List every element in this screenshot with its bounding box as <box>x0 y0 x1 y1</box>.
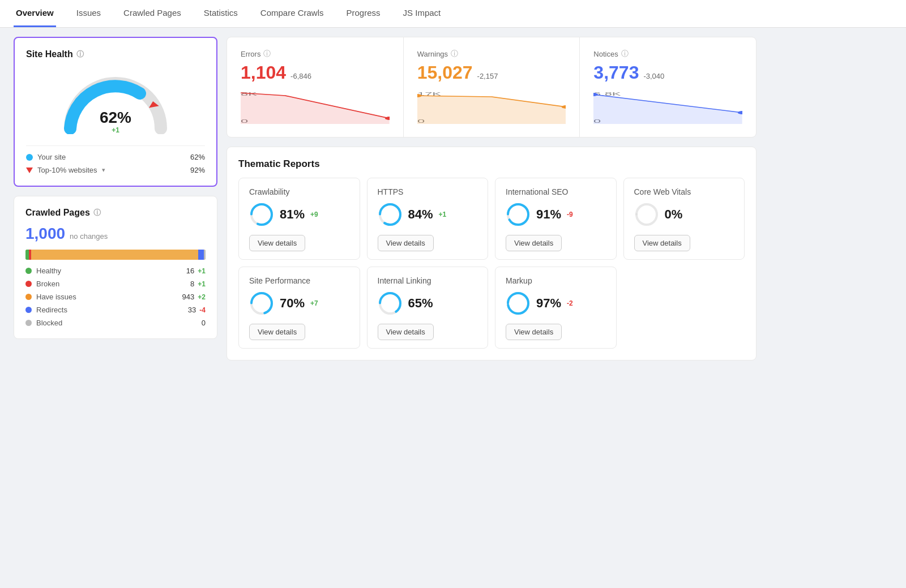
metric-value-row: 3,773 -3,040 <box>593 62 742 83</box>
view-details-button[interactable]: View details <box>506 235 562 251</box>
view-details-button[interactable]: View details <box>378 324 434 340</box>
metric-info-icon[interactable]: ⓘ <box>451 49 458 59</box>
gauge-legend: Your site 62% Top-10% websites ▾ 92% <box>26 145 205 174</box>
report-card-internal-linking: Internal Linking 65% View details <box>367 267 489 349</box>
nav-item-compare-crawls[interactable]: Compare Crawls <box>258 0 326 27</box>
report-percent: 84% <box>408 207 433 222</box>
bar-blocked <box>204 250 206 260</box>
view-details-button[interactable]: View details <box>634 235 690 251</box>
top10-value: 92% <box>190 166 205 174</box>
mini-chart: 8K 0 <box>241 90 390 124</box>
gauge-chart: 62% +1 <box>59 72 172 134</box>
report-name: International SEO <box>506 187 606 196</box>
legend-val: 33 <box>188 306 196 314</box>
pages-legend: Healthy 16 +1 Broken 8 +1 Have issues 94… <box>25 267 206 327</box>
view-details-button[interactable]: View details <box>378 235 434 251</box>
svg-text:+1: +1 <box>112 126 119 134</box>
legend-label: Broken <box>36 280 59 288</box>
metric-change: -6,846 <box>290 72 311 80</box>
report-name: Markup <box>506 276 606 285</box>
crawled-pages-info-icon[interactable]: ⓘ <box>93 208 101 218</box>
nav-item-overview[interactable]: Overview <box>14 0 56 27</box>
thematic-section: Thematic Reports Crawlability 81% +9 Vie… <box>226 147 757 360</box>
report-score-row: 81% +9 <box>249 202 349 227</box>
empty-report-slot <box>623 267 745 349</box>
report-score-row: 70% +7 <box>249 291 349 316</box>
dot-healthy <box>25 268 32 274</box>
site-health-title: Site Health ⓘ <box>26 49 205 59</box>
your-site-dot <box>26 154 33 161</box>
report-percent: 65% <box>408 296 433 311</box>
nav-bar: Overview Issues Crawled Pages Statistics… <box>0 0 906 28</box>
metric-info-icon[interactable]: ⓘ <box>263 49 271 59</box>
top10-chevron-icon[interactable]: ▾ <box>102 166 105 174</box>
nav-item-progress[interactable]: Progress <box>344 0 383 27</box>
metric-value: 15,027 <box>417 62 473 83</box>
pages-legend-row: Redirects 33 -4 <box>25 306 206 314</box>
crawled-count: 1,000 <box>25 225 65 243</box>
report-card-international-seo: International SEO 91% -9 View details <box>495 178 617 260</box>
metric-card-errors: Errors ⓘ 1,104 -6,846 8K 0 <box>227 37 404 137</box>
metrics-row: Errors ⓘ 1,104 -6,846 8K 0 Warnings ⓘ 15… <box>226 37 757 138</box>
report-ring-chart <box>506 202 531 227</box>
view-details-button[interactable]: View details <box>506 324 562 340</box>
gauge-container: 62% +1 <box>26 66 205 143</box>
legend-your-site: Your site 62% <box>26 153 205 161</box>
view-details-button[interactable]: View details <box>249 235 305 251</box>
report-card-crawlability: Crawlability 81% +9 View details <box>238 178 360 260</box>
top10-triangle <box>26 168 33 173</box>
your-site-label: Your site <box>37 153 66 161</box>
site-health-card: Site Health ⓘ 62% +1 <box>14 37 217 187</box>
report-card-markup: Markup 97% -2 View details <box>495 267 617 349</box>
report-ring-chart <box>378 202 403 227</box>
metric-card-notices: Notices ⓘ 3,773 -3,040 6.8K 0 <box>580 37 756 137</box>
report-card-https: HTTPS 84% +1 View details <box>367 178 489 260</box>
dot-broken <box>25 281 32 287</box>
crawled-nochange: no changes <box>70 232 108 241</box>
report-name: Site Performance <box>249 276 349 285</box>
report-name: Crawlability <box>249 187 349 196</box>
report-card-site-performance: Site Performance 70% +7 View details <box>238 267 360 349</box>
report-ring-chart <box>249 291 274 316</box>
metric-value: 1,104 <box>241 62 286 83</box>
svg-point-27 <box>508 293 528 314</box>
nav-item-statistics[interactable]: Statistics <box>202 0 240 27</box>
pages-legend-row: Broken 8 +1 <box>25 280 206 288</box>
metric-value: 3,773 <box>593 62 639 83</box>
nav-item-js-impact[interactable]: JS Impact <box>401 0 443 27</box>
report-ring-chart <box>249 202 274 227</box>
nav-item-crawled-pages[interactable]: Crawled Pages <box>121 0 183 27</box>
mini-chart: 6.8K 0 <box>593 90 742 124</box>
metric-info-icon[interactable]: ⓘ <box>621 49 629 59</box>
report-score-row: 97% -2 <box>506 291 606 316</box>
pages-legend-row: Have issues 943 +2 <box>25 293 206 301</box>
report-percent: 0% <box>665 207 683 222</box>
legend-val: 943 <box>182 293 195 301</box>
report-card-core-web-vitals: Core Web Vitals 0% View details <box>623 178 745 260</box>
metric-label: Warnings ⓘ <box>417 49 566 59</box>
svg-point-20 <box>636 204 657 225</box>
crawled-count-row: 1,000 no changes <box>25 225 206 243</box>
legend-label: Have issues <box>36 293 76 301</box>
report-score-row: 84% +1 <box>378 202 478 227</box>
view-details-button[interactable]: View details <box>249 324 305 340</box>
bar-issues <box>31 250 199 260</box>
report-percent: 70% <box>280 296 305 311</box>
svg-point-19 <box>508 204 528 225</box>
report-ring-chart <box>506 291 531 316</box>
report-percent: 81% <box>280 207 305 222</box>
crawled-pages-card: Crawled Pages ⓘ 1,000 no changes Healthy… <box>14 196 217 339</box>
top10-label: Top-10% websites <box>37 166 97 174</box>
report-score-row: 91% -9 <box>506 202 606 227</box>
legend-val: 16 <box>186 267 194 275</box>
metric-label: Errors ⓘ <box>241 49 390 59</box>
report-score-row: 0% <box>634 202 734 227</box>
legend-label: Healthy <box>36 267 61 275</box>
nav-item-issues[interactable]: Issues <box>74 0 103 27</box>
site-health-info-icon[interactable]: ⓘ <box>76 49 84 59</box>
legend-val: 8 <box>190 280 194 288</box>
reports-grid: Crawlability 81% +9 View details HTTPS 8… <box>238 178 745 349</box>
main-content: Site Health ⓘ 62% +1 <box>0 28 770 370</box>
svg-text:62%: 62% <box>100 109 131 126</box>
report-name: Core Web Vitals <box>634 187 734 196</box>
